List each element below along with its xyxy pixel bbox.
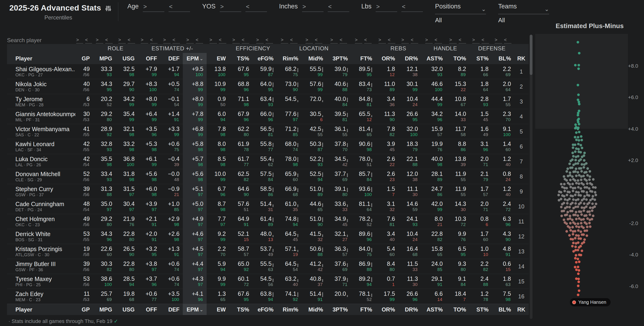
- filter-lbs-max-input[interactable]: <: [401, 4, 423, 12]
- col-header-rim[interactable]: Rim%: [277, 53, 302, 64]
- footer-col-header-3pt[interactable]: 3PT%: [326, 304, 351, 315]
- col-header-to[interactable]: TO%: [446, 53, 470, 64]
- footer-col-header-player[interactable]: Player: [7, 304, 75, 315]
- table-row[interactable]: Jimmy Butler IIIGSW · PF · 3639/5630.382…: [7, 259, 529, 274]
- col-filter-BL%-lt[interactable]: <: [504, 37, 512, 44]
- col-filter-OR%-gt[interactable]: >: [378, 37, 386, 44]
- footer-col-header-ts[interactable]: TS%: [229, 304, 252, 315]
- col-filter-TS%-gt[interactable]: >: [232, 37, 240, 44]
- footer-col-header-dr[interactable]: DR%: [398, 304, 421, 315]
- filter-teams-select[interactable]: Teams⌄All: [498, 3, 549, 24]
- sliders-icon[interactable]: [105, 5, 112, 12]
- col-filter-DR%-lt[interactable]: <: [411, 37, 418, 44]
- col-filter-3PT%-gt[interactable]: >: [330, 37, 338, 44]
- col-filter-MPG-gt[interactable]: >: [96, 37, 103, 44]
- table-row[interactable]: Zach EdeyMEM · C · 2311/5325.76919.868+0…: [7, 289, 529, 304]
- table-row[interactable]: Chet HolmgrenOKC · C · 2349/5629.28021.9…: [7, 214, 529, 229]
- table-row[interactable]: Shai Gilgeous-Alexan...OKC · PG · 2749/5…: [7, 64, 529, 79]
- epm-beeswarm[interactable]: +8.0+6.0+4.0+2.0-2.0-4.0-6.0 Yang Hansen: [535, 34, 644, 310]
- col-header-epm[interactable]: EPM⌄: [183, 53, 207, 64]
- col-filter-EPM-gt[interactable]: >: [186, 37, 194, 44]
- table-row[interactable]: Derrick WhiteBOS · SG · 3153/5534.39622.…: [7, 229, 529, 244]
- col-header-ft[interactable]: FT%: [351, 53, 376, 64]
- table-row[interactable]: Kristaps PorzingisATL,GSW · C · 3019/582…: [7, 244, 529, 259]
- footer-col-header-off[interactable]: OFF: [138, 304, 160, 315]
- col-header-st[interactable]: ST%: [470, 53, 492, 64]
- footer-col-header-def[interactable]: DEF: [160, 304, 183, 315]
- col-filter-TO%-lt[interactable]: <: [459, 37, 466, 44]
- filter-age-max-input[interactable]: <: [168, 4, 190, 12]
- col-header-or[interactable]: OR%: [376, 53, 398, 64]
- footer-col-header-ew[interactable]: EW: [207, 304, 229, 315]
- footer-col-header-or[interactable]: OR%: [376, 304, 398, 315]
- col-filter-TO%-gt[interactable]: >: [449, 37, 457, 44]
- col-filter-OFF-gt[interactable]: >: [141, 37, 148, 44]
- col-header-rk[interactable]: RK: [514, 53, 528, 64]
- footer-col-header-to[interactable]: TO%: [446, 304, 470, 315]
- col-filter-DEF-gt[interactable]: >: [163, 37, 171, 44]
- col-header-gp[interactable]: GP: [75, 53, 93, 64]
- col-filter-Mid%-gt[interactable]: >: [306, 37, 313, 44]
- filter-yos-min-input[interactable]: >: [220, 4, 241, 12]
- filter-inches-max-input[interactable]: <: [328, 4, 349, 12]
- footer-col-header-rk[interactable]: RK: [514, 304, 528, 315]
- col-header-ew[interactable]: EW: [207, 53, 229, 64]
- filter-yos-max-input[interactable]: <: [246, 4, 267, 12]
- col-filter-Rim%-lt[interactable]: <: [290, 37, 298, 44]
- filter-lbs-min-input[interactable]: >: [376, 4, 397, 12]
- col-filter-Mid%-lt[interactable]: <: [315, 37, 322, 44]
- filter-age-min-input[interactable]: >: [143, 4, 164, 12]
- col-filter-EPM-lt[interactable]: <: [196, 37, 203, 44]
- footer-col-header-efg[interactable]: eFG%: [252, 304, 277, 315]
- table-row[interactable]: Luka DoncicLAL · PG · 2642/5435.59836.81…: [7, 154, 529, 169]
- col-header-efg[interactable]: eFG%: [252, 53, 277, 64]
- search-input[interactable]: [7, 37, 70, 44]
- col-filter-eFG%-lt[interactable]: <: [266, 37, 273, 44]
- col-filter-DEF-lt[interactable]: <: [172, 37, 180, 44]
- filter-positions-select[interactable]: Positions⌄All: [435, 3, 486, 24]
- filter-inches-min-input[interactable]: >: [302, 4, 324, 12]
- table-row[interactable]: Cade CunninghamDET · PG · 2448/5435.0973…: [7, 199, 529, 214]
- footer-col-header-bl[interactable]: BL%: [492, 304, 514, 315]
- col-filter-AST%-gt[interactable]: >: [425, 37, 433, 44]
- col-header-player[interactable]: Player: [7, 53, 75, 64]
- scrollbar-thumb[interactable]: [530, 35, 532, 75]
- col-filter-GP-gt[interactable]: >: [76, 37, 83, 44]
- footer-col-header-gp[interactable]: GP: [75, 304, 93, 315]
- col-filter-MPG-lt[interactable]: <: [105, 37, 113, 44]
- col-filter-FT%-gt[interactable]: >: [355, 37, 362, 44]
- col-filter-AST%-lt[interactable]: <: [434, 37, 442, 44]
- col-filter-eFG%-gt[interactable]: >: [256, 37, 264, 44]
- table-scrollbar[interactable]: [530, 35, 532, 319]
- col-header-dr[interactable]: DR%: [398, 53, 421, 64]
- col-filter-USG-gt[interactable]: >: [118, 37, 126, 44]
- col-header-3pt[interactable]: 3PT%: [326, 53, 351, 64]
- footer-col-header-st[interactable]: ST%: [470, 304, 492, 315]
- col-filter-OFF-lt[interactable]: <: [150, 37, 158, 44]
- footer-col-header-mpg[interactable]: MPG: [93, 304, 116, 315]
- col-filter-GP-lt[interactable]: <: [85, 37, 92, 44]
- col-header-mpg[interactable]: MPG: [93, 53, 116, 64]
- table-row[interactable]: Stephen CurryGSW · PG · 3739/5631.38831.…: [7, 184, 529, 199]
- table-row[interactable]: Nikola JokicDEN · C · 3040/5634.39529.79…: [7, 79, 529, 94]
- col-filter-ST%-lt[interactable]: <: [482, 37, 489, 44]
- col-header-usg[interactable]: USG: [116, 53, 138, 64]
- col-filter-USG-lt[interactable]: <: [128, 37, 135, 44]
- col-header-ts[interactable]: TS%: [229, 53, 252, 64]
- col-filter-TS%-lt[interactable]: <: [242, 37, 249, 44]
- table-row[interactable]: Tyrese MaxeyPHI · PG · 2553/5638.610028.…: [7, 274, 529, 289]
- footer-col-header-epm[interactable]: EPM⌄: [183, 304, 207, 315]
- footer-col-header-ft[interactable]: FT%: [351, 304, 376, 315]
- col-header-ast[interactable]: AST%: [421, 53, 446, 64]
- footer-col-header-ast[interactable]: AST%: [421, 304, 446, 315]
- col-filter-ST%-gt[interactable]: >: [472, 37, 480, 44]
- table-row[interactable]: Kawhi LeonardLAC · SF · 3442/5532.89333.…: [7, 139, 529, 154]
- col-filter-BL%-gt[interactable]: >: [495, 37, 502, 44]
- table-row[interactable]: Donovan MitchellCLE · SG · 2952/5633.493…: [7, 169, 529, 184]
- col-filter-FT%-lt[interactable]: <: [364, 37, 372, 44]
- col-filter-EW-lt[interactable]: <: [219, 37, 226, 44]
- col-filter-DR%-gt[interactable]: >: [401, 37, 409, 44]
- epm-beeswarm-svg[interactable]: +8.0+6.0+4.0+2.0-2.0-4.0-6.0: [535, 34, 644, 310]
- table-row[interactable]: Giannis AntetokounmpoMIL · PF · 3130/532…: [7, 109, 529, 124]
- col-header-mid[interactable]: Mid%: [302, 53, 326, 64]
